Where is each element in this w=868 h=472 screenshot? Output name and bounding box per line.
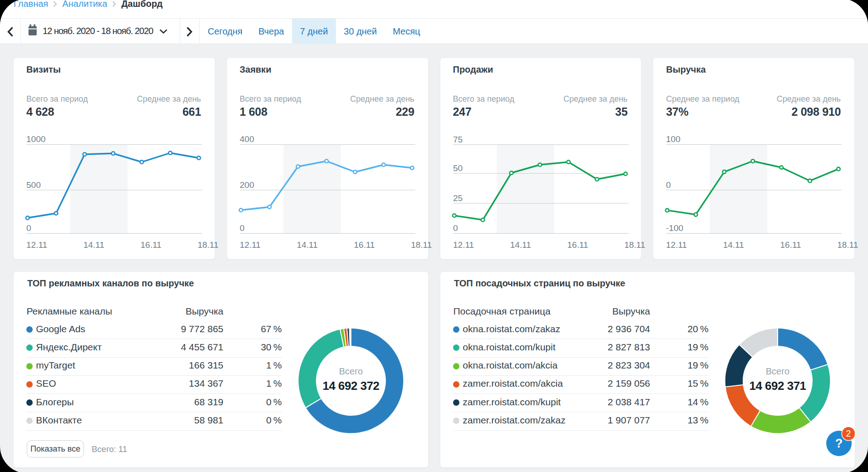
svg-text:12.11: 12.11 [666,240,687,250]
svg-text:14.11: 14.11 [84,240,104,250]
svg-text:1000: 1000 [26,136,45,144]
svg-text:25: 25 [453,193,463,203]
svg-text:14.11: 14.11 [510,240,531,250]
svg-text:0: 0 [240,223,245,233]
svg-text:14.11: 14.11 [723,240,744,250]
svg-text:0: 0 [26,223,31,233]
svg-text:400: 400 [240,136,254,144]
svg-text:16.11: 16.11 [141,240,162,250]
svg-text:12.11: 12.11 [240,240,261,250]
svg-text:16.11: 16.11 [354,240,375,250]
svg-text:500: 500 [26,180,41,190]
svg-text:12.11: 12.11 [26,240,47,250]
svg-text:14 692 371: 14 692 371 [749,379,806,393]
svg-text:100: 100 [666,136,681,144]
svg-text:12.11: 12.11 [453,240,474,250]
svg-text:14 692 372: 14 692 372 [322,379,379,393]
svg-text:18.11: 18.11 [411,240,432,250]
svg-text:0: 0 [453,223,458,233]
svg-text:14.11: 14.11 [296,240,317,250]
svg-text:0: 0 [666,180,671,190]
svg-text:18.11: 18.11 [197,240,218,250]
svg-text:16.11: 16.11 [780,240,801,250]
svg-text:18.11: 18.11 [624,240,645,250]
svg-text:Всего: Всего [339,366,362,376]
svg-text:-100: -100 [666,223,683,233]
svg-text:75: 75 [453,136,463,144]
svg-text:50: 50 [453,163,463,173]
svg-text:200: 200 [240,180,254,190]
svg-text:16.11: 16.11 [567,240,588,250]
svg-text:18.11: 18.11 [837,240,858,250]
svg-text:Всего: Всего [765,366,789,376]
